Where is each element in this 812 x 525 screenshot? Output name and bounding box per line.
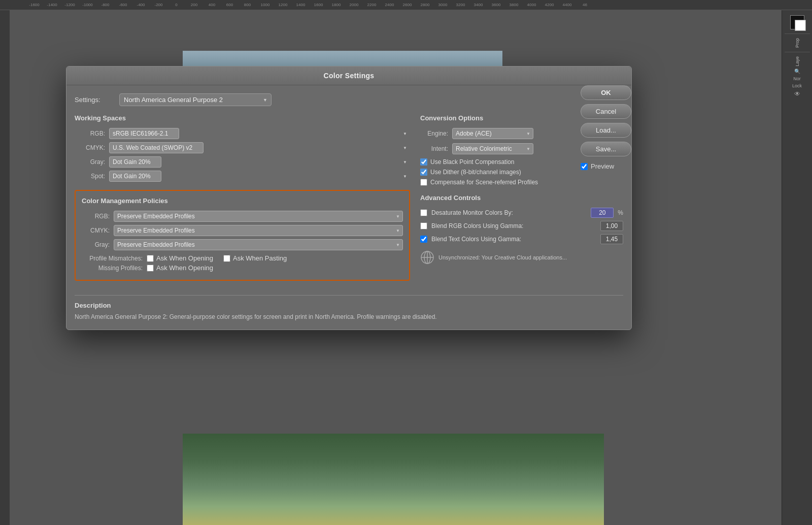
- cms-gray-row: Gray: Preserve Embedded Profiles Convert…: [82, 239, 403, 250]
- engine-select[interactable]: Adobe (ACE) Apple CMM: [452, 128, 533, 139]
- ruler-num: 1600: [310, 3, 327, 7]
- dither-label: Use Dither (8-bit/channel images): [430, 169, 521, 176]
- preview-row: Preview: [581, 162, 631, 170]
- blend-rgb-checkbox[interactable]: [420, 222, 427, 229]
- cmyk-select-wrapper: U.S. Web Coated (SWOP) v2 U.S. Web Uncoa…: [109, 142, 410, 153]
- dialog-body: Settings: North America General Purpose …: [66, 85, 631, 330]
- working-spaces-header: Working Spaces: [75, 114, 410, 122]
- rgb-label: RGB:: [75, 130, 105, 137]
- ruler-left: [0, 10, 10, 525]
- blend-text-row: Blend Text Colors Using Gamma:: [420, 234, 623, 244]
- scene-referred-checkbox[interactable]: [420, 179, 427, 186]
- ask-pasting-label: Ask When Pasting: [233, 254, 287, 262]
- description-header: Description: [75, 302, 623, 309]
- ruler-num: 4400: [558, 3, 576, 7]
- missing-ask-opening-label: Ask When Opening: [156, 264, 213, 272]
- ruler-num: 800: [239, 3, 256, 7]
- ruler-num: -1400: [43, 3, 61, 7]
- blend-text-checkbox[interactable]: [420, 236, 427, 243]
- ruler-num: 1400: [292, 3, 310, 7]
- desaturate-checkbox[interactable]: [420, 209, 427, 216]
- black-point-checkbox[interactable]: [420, 158, 427, 166]
- ruler-num: 2000: [345, 3, 363, 7]
- settings-row: Settings: North America General Purpose …: [75, 93, 623, 106]
- profile-mismatches-row: Profile Mismatches: Ask When Opening Ask…: [82, 254, 403, 262]
- advanced-header: Advanced Controls: [420, 194, 623, 202]
- settings-dropdown[interactable]: North America General Purpose 2 North Am…: [119, 93, 272, 106]
- blend-rgb-value-input[interactable]: [600, 221, 623, 231]
- description-text: North America General Purpose 2: General…: [75, 312, 623, 321]
- blend-text-label: Blend Text Colors Using Gamma:: [431, 236, 596, 243]
- prop-label: Prop: [795, 38, 800, 48]
- settings-label: Settings:: [75, 96, 115, 104]
- intent-select[interactable]: Relative Colorimetric Perceptual Saturat…: [452, 143, 533, 154]
- preview-label: Preview: [591, 162, 614, 170]
- cms-header: Color Management Policies: [82, 197, 403, 205]
- gray-select[interactable]: Dot Gain 20% Dot Gain 10%: [109, 156, 161, 168]
- scene-referred-label: Compensate for Scene-referred Profiles: [430, 179, 538, 186]
- ruler-num: 600: [221, 3, 239, 7]
- canvas-image-bottom: [183, 434, 604, 525]
- layers-eye-icon[interactable]: 👁: [794, 90, 800, 97]
- layers-icon: 🔍: [794, 69, 800, 74]
- profile-mismatches-label: Profile Mismatches:: [82, 255, 143, 262]
- cms-rgb-select[interactable]: Preserve Embedded Profiles Convert to Wo…: [114, 211, 403, 222]
- engine-label: Engine:: [420, 130, 448, 137]
- ask-pasting-checkbox[interactable]: [223, 255, 230, 262]
- ruler-num: 4000: [523, 3, 540, 7]
- gray-label: Gray:: [75, 158, 105, 166]
- ruler-marks: -1600 -1400 -1200 -1000 -800 -600 -400 -…: [25, 3, 594, 7]
- cms-gray-select[interactable]: Preserve Embedded Profiles Convert to Wo…: [114, 239, 403, 250]
- right-panel: Prop Laye 🔍 Nor Lock 👁: [782, 10, 812, 525]
- ruler-num: 1000: [256, 3, 274, 7]
- ok-button[interactable]: OK: [581, 85, 631, 100]
- settings-select-wrapper: North America General Purpose 2 North Am…: [119, 93, 272, 106]
- dither-checkbox[interactable]: [420, 169, 427, 176]
- gray-field-row: Gray: Dot Gain 20% Dot Gain 10%: [75, 156, 410, 168]
- rgb-select[interactable]: sRGB IEC61966-2.1 Adobe RGB (1998) ProPh…: [109, 128, 179, 139]
- blend-text-value-input[interactable]: [600, 234, 623, 244]
- spot-select[interactable]: Dot Gain 20% Dot Gain 10%: [109, 171, 161, 182]
- spot-field-row: Spot: Dot Gain 20% Dot Gain 10%: [75, 171, 410, 182]
- advanced-section: Advanced Controls Desaturate Monitor Col…: [420, 194, 623, 265]
- load-button[interactable]: Load...: [581, 123, 631, 138]
- dialog-left: Working Spaces RGB: sRGB IEC61966-2.1 Ad…: [75, 114, 410, 289]
- ruler-num: -400: [132, 3, 150, 7]
- ruler-num: 2600: [398, 3, 416, 7]
- ruler-num: 1800: [327, 3, 345, 7]
- cms-cmyk-select-wrapper: Preserve Embedded Profiles Convert to Wo…: [114, 225, 403, 236]
- cmyk-select[interactable]: U.S. Web Coated (SWOP) v2 U.S. Web Uncoa…: [109, 142, 204, 153]
- ruler-num: 2800: [416, 3, 434, 7]
- color-swatch[interactable]: [790, 15, 804, 29]
- color-settings-dialog: Color Settings Settings: North America G…: [66, 66, 632, 330]
- ruler-num: 3800: [505, 3, 523, 7]
- cms-rgb-label: RGB:: [82, 213, 110, 220]
- ruler-num: -800: [96, 3, 114, 7]
- black-point-label: Use Black Point Compensation: [430, 158, 514, 166]
- blend-rgb-row: Blend RGB Colors Using Gamma:: [420, 221, 623, 231]
- ruler-num: 46: [576, 3, 594, 7]
- preview-checkbox[interactable]: [581, 163, 588, 170]
- missing-ask-opening-checkbox[interactable]: [147, 265, 154, 272]
- ruler-num: 2200: [363, 3, 381, 7]
- cms-cmyk-select[interactable]: Preserve Embedded Profiles Convert to Wo…: [114, 225, 403, 236]
- ruler-num: 2400: [381, 3, 398, 7]
- ruler-num: -600: [114, 3, 132, 7]
- cancel-button[interactable]: Cancel: [581, 104, 631, 119]
- save-button[interactable]: Save...: [581, 142, 631, 156]
- blend-rgb-label: Blend RGB Colors Using Gamma:: [431, 222, 596, 229]
- ruler-num: -1200: [61, 3, 79, 7]
- color-management-section: Color Management Policies RGB: Preserve …: [75, 190, 410, 281]
- cms-rgb-select-wrapper: Preserve Embedded Profiles Convert to Wo…: [114, 211, 403, 222]
- ruler-num: -1000: [79, 3, 96, 7]
- cms-cmyk-row: CMYK: Preserve Embedded Profiles Convert…: [82, 225, 403, 236]
- ask-pasting-group: Ask When Pasting: [223, 254, 287, 262]
- engine-select-wrapper: Adobe (ACE) Apple CMM: [452, 128, 533, 139]
- ask-opening-checkbox[interactable]: [147, 255, 154, 262]
- layers-lock: Lock: [792, 83, 802, 88]
- layers-label: Laye: [795, 56, 800, 67]
- spot-select-wrapper: Dot Gain 20% Dot Gain 10%: [109, 171, 410, 182]
- ruler-num: 0: [167, 3, 185, 7]
- desaturate-value-input[interactable]: [591, 208, 614, 218]
- cms-gray-label: Gray:: [82, 241, 110, 248]
